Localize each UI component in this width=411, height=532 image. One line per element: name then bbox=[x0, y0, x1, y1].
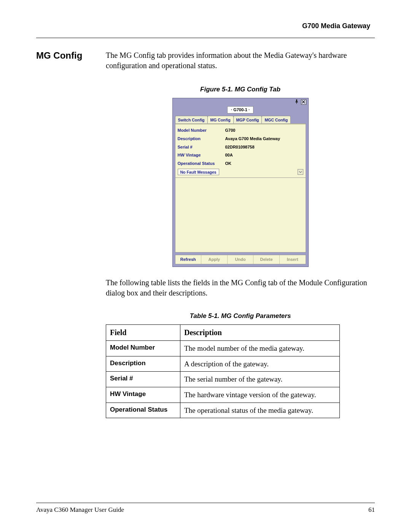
page-header-title: G700 Media Gateway bbox=[36, 22, 375, 30]
field-cell: Model Number bbox=[106, 340, 180, 356]
desc-cell: A description of the gateway. bbox=[180, 356, 340, 372]
desc-cell: The hardware vintage version of the gate… bbox=[180, 387, 340, 403]
footer-guide-name: Avaya C360 Manager User Guide bbox=[36, 506, 124, 514]
tab-mgc-config[interactable]: MGC Config bbox=[261, 116, 291, 123]
description-label: Description bbox=[178, 136, 225, 142]
field-cell: Serial # bbox=[106, 372, 180, 387]
chevron-down-icon[interactable] bbox=[298, 169, 303, 175]
table-row: Operational Status The operational statu… bbox=[106, 403, 340, 418]
model-number-value: G700 bbox=[225, 128, 236, 133]
footer-rule bbox=[36, 503, 375, 503]
fault-messages-box: No Fault Messages bbox=[178, 169, 219, 175]
desc-cell: The model number of the media gateway. bbox=[180, 340, 340, 356]
undo-button: Undo bbox=[228, 255, 254, 264]
section-heading: MG Config bbox=[36, 50, 95, 418]
field-cell: HW Vintage bbox=[106, 387, 180, 403]
close-icon[interactable] bbox=[301, 99, 306, 105]
op-status-value: OK bbox=[225, 161, 232, 166]
field-cell: Description bbox=[106, 356, 180, 372]
footer-page-number: 61 bbox=[368, 506, 375, 514]
tab-mg-config[interactable]: MG Config bbox=[207, 116, 234, 123]
post-figure-paragraph: The following table lists the fields in … bbox=[106, 278, 375, 298]
hw-vintage-label: HW Vintage bbox=[178, 152, 225, 158]
desc-cell: The operational status of the media gate… bbox=[180, 403, 340, 418]
serial-value: 02DR01098758 bbox=[225, 144, 255, 150]
insert-button: Insert bbox=[280, 255, 306, 264]
apply-button: Apply bbox=[201, 255, 228, 264]
table-row: HW Vintage The hardware vintage version … bbox=[106, 387, 340, 403]
table-caption: Table 5-1. MG Config Parameters bbox=[106, 312, 375, 321]
table-row: Serial # The serial number of the gatewa… bbox=[106, 372, 340, 387]
op-status-label: Operational Status bbox=[178, 161, 225, 166]
desc-cell: The serial number of the gateway. bbox=[180, 372, 340, 387]
delete-button: Delete bbox=[253, 255, 280, 264]
description-value: Avaya G700 Media Gateway bbox=[225, 136, 280, 142]
figure-caption: Figure 5-1. MG Config Tab bbox=[106, 85, 375, 94]
parameters-table: Field Description Model Number The model… bbox=[106, 324, 340, 418]
field-cell: Operational Status bbox=[106, 403, 180, 418]
figure-container: · G700-1 · Switch Config MG Config MGP C… bbox=[106, 98, 375, 267]
intro-paragraph: The MG Config tab provides information a… bbox=[106, 50, 375, 71]
pushpin-icon[interactable] bbox=[294, 99, 299, 105]
refresh-button[interactable]: Refresh bbox=[175, 255, 202, 264]
table-row: Model Number The model number of the med… bbox=[106, 340, 340, 356]
table-header-desc: Description bbox=[180, 324, 340, 340]
device-name: · G700-1 · bbox=[227, 106, 253, 113]
dialog-blank-area bbox=[175, 178, 306, 252]
tab-mgp-config[interactable]: MGP Config bbox=[233, 116, 262, 123]
table-header-field: Field bbox=[106, 324, 180, 340]
serial-label: Serial # bbox=[178, 144, 225, 150]
table-row: Description A description of the gateway… bbox=[106, 356, 340, 372]
model-number-label: Model Number bbox=[178, 128, 225, 133]
config-dialog: · G700-1 · Switch Config MG Config MGP C… bbox=[172, 98, 309, 267]
hw-vintage-value: 00A bbox=[225, 152, 233, 158]
tab-switch-config[interactable]: Switch Config bbox=[175, 116, 208, 123]
header-rule bbox=[36, 38, 375, 38]
